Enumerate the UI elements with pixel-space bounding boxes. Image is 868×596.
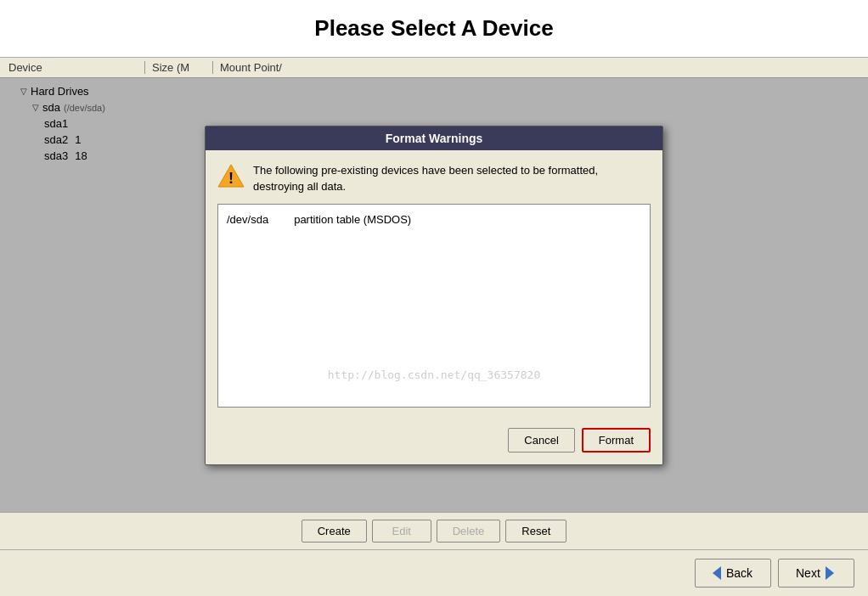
next-arrow-icon [826, 566, 834, 580]
main-container: Please Select A Device Device Size (M Mo… [0, 0, 868, 596]
format-warnings-dialog: Format Warnings ! The following pre-exis… [205, 126, 663, 465]
watermark: http://blog.csdn.net/qq_36357820 [328, 368, 540, 381]
col-header-size: Size (M [144, 61, 212, 74]
warning-icon: ! [217, 162, 245, 189]
nav-bar: Back Next [0, 549, 868, 596]
back-arrow-icon [713, 566, 721, 580]
title-area: Please Select A Device [0, 0, 868, 58]
next-button[interactable]: Next [778, 559, 854, 588]
bottom-toolbar: Create Edit Delete Reset [0, 512, 868, 549]
cancel-button[interactable]: Cancel [508, 428, 574, 453]
device-type: partition table (MSDOS) [294, 213, 411, 226]
reset-button[interactable]: Reset [505, 520, 566, 543]
back-button[interactable]: Back [695, 559, 771, 588]
create-button[interactable]: Create [302, 520, 367, 543]
col-header-device: Device [8, 61, 144, 74]
svg-text:!: ! [228, 170, 234, 187]
format-button[interactable]: Format [582, 428, 651, 453]
col-header-mount: Mount Point/ [212, 61, 382, 74]
dialog-body: ! The following pre-existing devices hav… [206, 150, 662, 419]
dialog-actions: Cancel Format [206, 419, 662, 464]
dialog-content-box: /dev/sda partition table (MSDOS) http://… [217, 204, 651, 408]
table-header: Device Size (M Mount Point/ [0, 58, 868, 78]
page-title: Please Select A Device [17, 15, 851, 42]
dialog-titlebar: Format Warnings [206, 127, 662, 150]
device-entry: /dev/sda partition table (MSDOS) [227, 213, 641, 226]
back-label: Back [726, 566, 752, 580]
dialog-warning-text: The following pre-existing devices have … [253, 162, 651, 195]
modal-overlay: Format Warnings ! The following pre-exis… [0, 78, 868, 512]
delete-button[interactable]: Delete [437, 520, 501, 543]
table-body: ▽ Hard Drives ▽ sda (/dev/sda) sda1 sda2… [0, 78, 868, 512]
device-path: /dev/sda [227, 213, 268, 226]
dialog-warning: ! The following pre-existing devices hav… [217, 162, 651, 195]
dialog-title: Format Warnings [386, 132, 483, 145]
next-label: Next [796, 566, 820, 580]
edit-button[interactable]: Edit [372, 520, 431, 543]
